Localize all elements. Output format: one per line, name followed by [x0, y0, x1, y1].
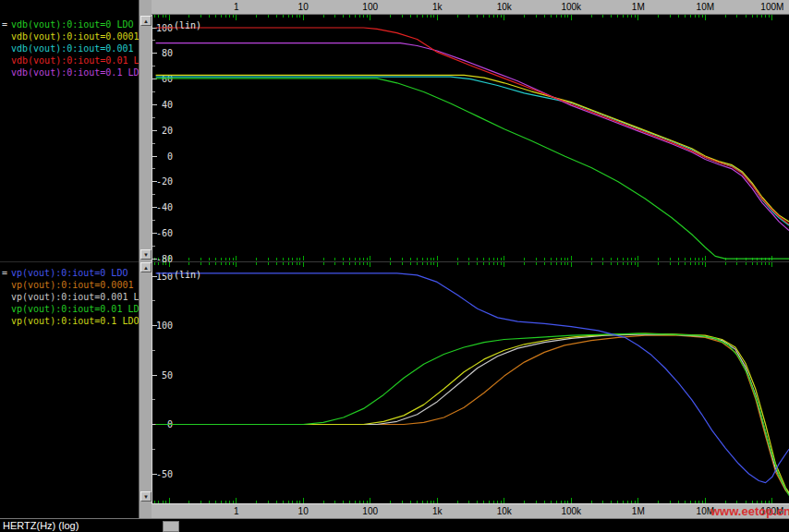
y-tick-label: 80 [162, 48, 173, 58]
watermark: www.eetop.cn [710, 504, 789, 518]
y-tick-label: 40 [162, 100, 173, 110]
freq-tick-label: 10 [298, 2, 309, 12]
freq-tick-label: 10k [497, 506, 512, 516]
signal-name-label: vp(vout):0:iout=0.0001 [11, 280, 133, 290]
scroll-down-icon-phase[interactable]: ▼ [140, 491, 152, 502]
trace-vp-4[interactable] [156, 333, 789, 492]
trace-vdb-1[interactable] [156, 75, 789, 222]
x-axis-status-label: HERTZ(Hz) (log) [3, 520, 79, 531]
freq-axis-bottom: 1101001k10k100k1M10M100M [152, 503, 789, 518]
trace-vdb-0[interactable] [156, 79, 789, 259]
vertical-scrollbar[interactable]: ▲ ▼ ▲ ▼ [139, 0, 152, 518]
freq-tick-label: 100k [561, 2, 581, 12]
legend-item[interactable]: =vdb(vout):0:iout=0 LDO [0, 18, 139, 30]
legend-panel-phase: =vp(vout):0:iout=0 LDOvp(vout):0:iout=0.… [0, 261, 139, 509]
bode-plot-canvas[interactable]: 100806040200-20-40-60-80150100500-50 [152, 15, 789, 503]
trace-vp-0[interactable] [156, 273, 789, 483]
signal-name-label: vp(vout):0:iout=0.001 L [11, 292, 139, 302]
legend-item[interactable]: vdb(vout):0:iout=0.0001 [0, 30, 139, 42]
trace-vp-1[interactable] [156, 335, 789, 494]
freq-tick-label: 10k [497, 2, 512, 12]
y-tick-label: -20 [156, 176, 173, 187]
y-tick-label: 0 [167, 151, 173, 162]
legend-group-marker: = [0, 267, 11, 279]
signal-name-label: vdb(vout):0:iout=0.0001 [11, 31, 139, 42]
scroll-up-icon-phase[interactable]: ▲ [140, 262, 152, 272]
trace-vp-2[interactable] [156, 334, 789, 493]
legend-group-marker: = [0, 18, 11, 30]
signal-name-label: vdb(vout):0:iout=0 LDO [11, 19, 133, 30]
freq-tick-label: 100 [362, 506, 378, 516]
freq-tick-label: 1M [632, 506, 645, 516]
signal-name-label: vdb(vout):0:iout=0.01 L [11, 55, 139, 66]
freq-tick-label: 10 [298, 506, 309, 516]
freq-tick-label: 100 [362, 2, 378, 12]
legend-item[interactable]: vdb(vout):0:iout=0.001 [0, 42, 139, 54]
signal-name-label: vdb(vout):0:iout=0.1 LD [11, 67, 139, 78]
freq-tick-label: 1 [234, 506, 239, 516]
signal-name-label: vdb(vout):0:iout=0.001 [11, 43, 133, 54]
freq-tick-label: 100M [760, 2, 783, 12]
legend-item[interactable]: vdb(vout):0:iout=0.01 L [0, 54, 139, 66]
legend-item[interactable]: vdb(vout):0:iout=0.1 LD [0, 66, 139, 79]
signal-name-label: vp(vout):0:iout=0.01 LD [11, 304, 139, 314]
legend-item[interactable]: vp(vout):0:iout=0.1 LDO [0, 315, 139, 327]
signal-name-label: vp(vout):0:iout=0.1 LDO [11, 316, 139, 326]
y-tick-label: -60 [156, 228, 173, 238]
plot-area[interactable]: 100806040200-20-40-60-80150100500-50 (li… [152, 15, 789, 503]
scroll-down-icon-magnitude[interactable]: ▼ [140, 249, 152, 260]
waveform-viewer-window: =vdb(vout):0:iout=0 LDOvdb(vout):0:iout=… [0, 0, 789, 532]
freq-tick-label: 10M [697, 2, 714, 12]
freq-tick-label: 1k [432, 506, 443, 516]
trace-vdb-4[interactable] [156, 43, 789, 231]
y-tick-label: 50 [162, 370, 173, 381]
magnitude-scale-label: (lin) [174, 20, 201, 30]
trace-vdb-3[interactable] [156, 28, 789, 224]
legend-item[interactable]: vp(vout):0:iout=0.01 LD [0, 303, 139, 315]
freq-tick-label: 1 [234, 2, 239, 12]
status-bar: HERTZ(Hz) (log) [0, 518, 789, 532]
y-tick-label: -50 [156, 469, 173, 479]
trace-vdb-2[interactable] [156, 77, 789, 225]
legend-item[interactable]: vp(vout):0:iout=0.0001 [0, 279, 139, 291]
freq-tick-label: 100k [561, 506, 581, 516]
signal-name-label: vp(vout):0:iout=0 LDO [11, 268, 127, 278]
y-tick-label: -80 [156, 254, 173, 264]
y-tick-label: 150 [156, 272, 173, 282]
legend-item[interactable]: =vp(vout):0:iout=0 LDO [0, 267, 139, 279]
legend-panel-magnitude: =vdb(vout):0:iout=0 LDOvdb(vout):0:iout=… [0, 15, 139, 265]
legend-item[interactable]: vp(vout):0:iout=0.001 L [0, 291, 139, 303]
phase-scale-label: (lin) [174, 270, 201, 280]
freq-axis-top: 1101001k10k100k1M10M100M [152, 0, 789, 15]
hscroll-stub[interactable] [163, 521, 179, 532]
trace-vp-3[interactable] [156, 333, 789, 495]
y-tick-label: 100 [156, 320, 173, 331]
y-tick-label: -40 [156, 202, 173, 212]
scroll-up-icon-magnitude[interactable]: ▲ [140, 16, 152, 26]
y-tick-label: 20 [162, 126, 173, 136]
freq-tick-label: 1k [432, 2, 443, 12]
freq-tick-label: 1M [632, 2, 645, 12]
